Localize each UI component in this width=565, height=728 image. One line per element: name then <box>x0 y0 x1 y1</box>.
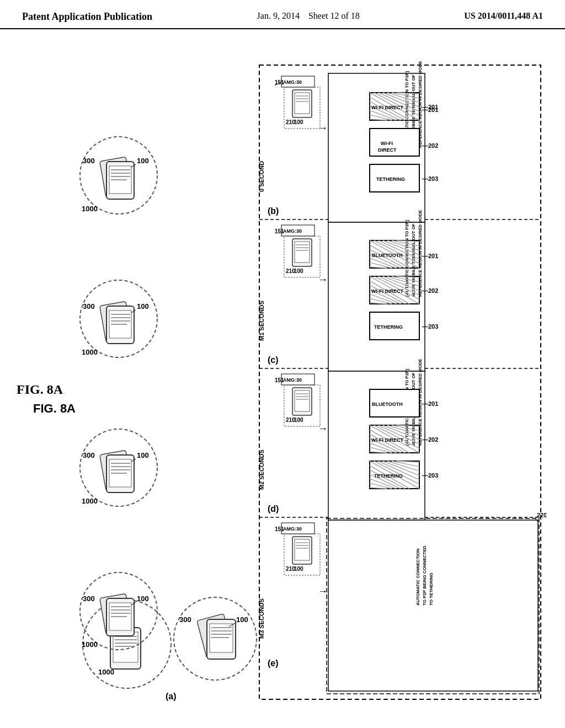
svg-text:300: 300 <box>83 451 95 459</box>
svg-text:→: → <box>318 274 328 285</box>
svg-text:→: → <box>318 423 328 434</box>
figure-content: FIG. 8A 1000 <box>0 29 565 727</box>
svg-text:100: 100 <box>137 595 149 603</box>
svg-text:1000: 1000 <box>82 640 98 649</box>
svg-text:100: 100 <box>294 417 303 423</box>
svg-text:—201: —201 <box>422 253 438 259</box>
svg-text:—202: —202 <box>422 142 438 149</box>
device-group-b: 100 300 1000 <box>80 137 157 214</box>
svg-text:—201: —201 <box>422 400 438 407</box>
svg-text:M1 SECONDS: M1 SECONDS <box>258 301 265 341</box>
svg-text:BLUETOOTH: BLUETOOTH <box>372 402 403 407</box>
svg-text:AMG:30: AMG:30 <box>283 228 302 234</box>
svg-text:300: 300 <box>83 302 95 311</box>
svg-text:AMG:30: AMG:30 <box>283 79 302 85</box>
svg-text:(e): (e) <box>268 659 279 668</box>
device-group-a-right: 100 300 <box>174 597 257 680</box>
figure-label: FIG. 8A <box>17 382 63 397</box>
svg-text:1000: 1000 <box>82 497 98 505</box>
page-header: Patent Application Publication Jan. 9, 2… <box>0 0 565 29</box>
svg-text:220: 220 <box>537 512 546 518</box>
svg-text:300: 300 <box>83 157 95 165</box>
svg-text:TETHERING: TETHERING <box>376 176 405 182</box>
svg-text:FIG. 8A: FIG. 8A <box>33 402 76 415</box>
svg-text:—202: —202 <box>422 287 438 294</box>
svg-text:—203: —203 <box>422 323 438 330</box>
svg-text:151: 151 <box>275 377 284 383</box>
svg-text:1000: 1000 <box>82 348 98 356</box>
publication-date: Jan. 9, 2014 Sheet 12 of 18 <box>257 11 360 21</box>
publication-title: Patent Application Publication <box>22 11 152 23</box>
svg-text:M2 SECONDS: M2 SECONDS <box>258 449 265 490</box>
svg-text:100: 100 <box>137 451 149 459</box>
svg-text:151: 151 <box>275 228 284 234</box>
svg-text:—203: —203 <box>422 472 438 479</box>
svg-text:100: 100 <box>294 119 303 125</box>
svg-text:—201: —201 <box>422 106 438 113</box>
svg-text:BLUETOOTH: BLUETOOTH <box>372 253 403 258</box>
svg-text:TETHERING: TETHERING <box>374 324 403 330</box>
svg-text:100: 100 <box>294 268 303 274</box>
svg-text:—202: —202 <box>422 436 438 443</box>
svg-text:100: 100 <box>137 157 149 165</box>
svg-text:210: 210 <box>286 268 295 274</box>
device-group-c: 100 300 1000 <box>80 280 157 357</box>
svg-text:300: 300 <box>83 595 95 603</box>
svg-text:(b): (b) <box>268 206 279 216</box>
svg-text:210: 210 <box>286 417 295 423</box>
svg-text:210: 210 <box>286 119 295 125</box>
device-group-d: 100 300 1000 <box>80 429 157 506</box>
svg-text:TO P2P BEING CONNECTED: TO P2P BEING CONNECTED <box>422 545 427 606</box>
svg-text:1000: 1000 <box>82 205 98 213</box>
svg-text:AUTOMATIC CONNECTION: AUTOMATIC CONNECTION <box>415 549 420 606</box>
svg-text:100: 100 <box>137 302 149 311</box>
svg-text:(d): (d) <box>268 504 279 513</box>
svg-text:DIRECT: DIRECT <box>378 147 397 153</box>
svg-text:0 SECOND: 0 SECOND <box>258 161 265 192</box>
svg-text:100: 100 <box>294 566 303 572</box>
svg-text:AMG:30: AMG:30 <box>283 526 302 532</box>
svg-text:(a): (a) <box>166 692 177 701</box>
svg-text:AMG:30: AMG:30 <box>283 377 302 383</box>
svg-text:WI-FI: WI-FI <box>381 141 393 146</box>
svg-text:151: 151 <box>275 526 284 532</box>
svg-text:300: 300 <box>179 615 191 624</box>
svg-text:M3 SECONDS: M3 SECONDS <box>258 598 265 639</box>
svg-text:→: → <box>318 122 328 133</box>
svg-text:WI-FI DIRECT: WI-FI DIRECT <box>371 105 403 110</box>
svg-text:WI-FI DIRECT: WI-FI DIRECT <box>371 437 403 443</box>
svg-text:TETHERING: TETHERING <box>374 473 403 479</box>
figure-diagram: 1000 100 300 (a) <box>17 38 546 721</box>
svg-text:100: 100 <box>236 615 248 624</box>
svg-text:210: 210 <box>286 566 295 572</box>
svg-text:—203: —203 <box>422 175 438 182</box>
svg-text:1000: 1000 <box>98 668 114 676</box>
svg-text:WI-FI DIRECT: WI-FI DIRECT <box>371 288 403 294</box>
patent-number: US 2014/0011,448 A1 <box>464 11 543 21</box>
svg-text:TO TETHERING: TO TETHERING <box>429 573 434 606</box>
svg-text:(c): (c) <box>268 355 279 365</box>
